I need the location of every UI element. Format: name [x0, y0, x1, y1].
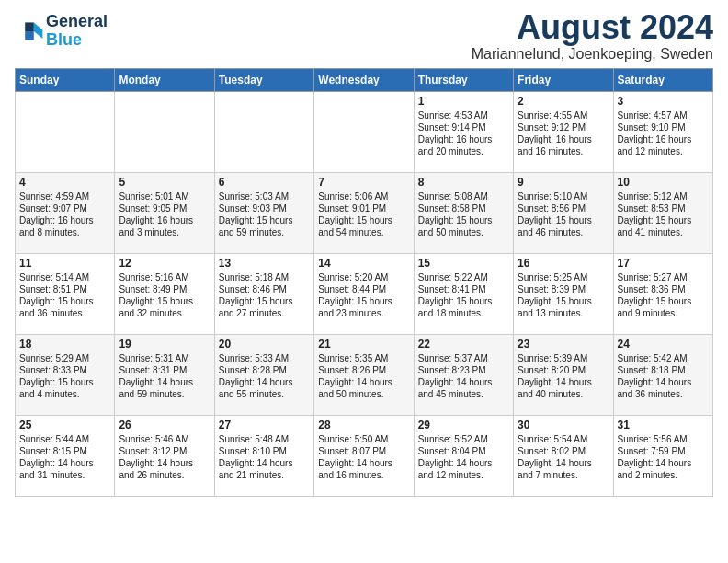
cell-text: Sunset: 9:01 PM [318, 202, 409, 214]
cell-text: Sunrise: 5:31 AM [119, 352, 210, 364]
cell-text: Sunrise: 5:01 AM [119, 190, 210, 202]
cell-text: and 26 minutes. [119, 469, 210, 481]
cell-text: and 50 minutes. [318, 388, 409, 400]
cell-text: Sunset: 8:10 PM [219, 445, 310, 457]
calendar-cell: 9Sunrise: 5:10 AMSunset: 8:56 PMDaylight… [514, 172, 613, 253]
cell-text: Sunrise: 5:50 AM [318, 433, 409, 445]
cell-text: and 12 minutes. [418, 469, 509, 481]
cell-text: Sunrise: 5:35 AM [318, 352, 409, 364]
cell-text: Daylight: 15 hours [119, 295, 210, 307]
col-header-wednesday: Wednesday [314, 68, 414, 91]
cell-text: Daylight: 15 hours [19, 295, 110, 307]
calendar-cell: 25Sunrise: 5:44 AMSunset: 8:15 PMDayligh… [16, 415, 115, 496]
day-number: 18 [19, 338, 110, 350]
day-number: 9 [518, 176, 609, 189]
cell-text: and 59 minutes. [119, 388, 210, 400]
logo-line1: General [46, 13, 108, 31]
logo: General Blue [15, 13, 108, 50]
cell-text: Sunset: 8:20 PM [518, 364, 609, 376]
cell-text: Sunrise: 4:53 AM [418, 109, 509, 121]
day-number: 22 [418, 338, 509, 350]
calendar-cell: 21Sunrise: 5:35 AMSunset: 8:26 PMDayligh… [314, 334, 414, 415]
header-row: SundayMondayTuesdayWednesdayThursdayFrid… [16, 68, 713, 91]
cell-text: and 12 minutes. [618, 145, 709, 157]
calendar-cell: 26Sunrise: 5:46 AMSunset: 8:12 PMDayligh… [115, 415, 214, 496]
cell-text: Sunrise: 4:55 AM [518, 109, 609, 121]
day-number: 6 [219, 176, 310, 189]
calendar-cell: 19Sunrise: 5:31 AMSunset: 8:31 PMDayligh… [115, 334, 214, 415]
cell-text: Sunset: 8:58 PM [418, 202, 509, 214]
cell-text: Sunset: 8:53 PM [618, 202, 709, 214]
cell-text: Daylight: 15 hours [618, 214, 709, 226]
col-header-friday: Friday [514, 68, 613, 91]
cell-text: and 59 minutes. [219, 226, 310, 238]
cell-text: Sunset: 8:44 PM [318, 283, 409, 295]
cell-text: Daylight: 14 hours [318, 457, 409, 469]
cell-text: Daylight: 15 hours [318, 295, 409, 307]
calendar-cell: 7Sunrise: 5:06 AMSunset: 9:01 PMDaylight… [314, 172, 414, 253]
cell-text: Sunrise: 5:39 AM [518, 352, 609, 364]
cell-text: and 23 minutes. [318, 307, 409, 319]
cell-text: Sunset: 8:26 PM [318, 364, 409, 376]
calendar-cell: 30Sunrise: 5:54 AMSunset: 8:02 PMDayligh… [514, 415, 613, 496]
calendar-cell: 16Sunrise: 5:25 AMSunset: 8:39 PMDayligh… [514, 253, 613, 334]
day-number: 26 [119, 419, 210, 431]
cell-text: Sunset: 8:51 PM [19, 283, 110, 295]
cell-text: Sunset: 9:14 PM [418, 121, 509, 133]
cell-text: Daylight: 15 hours [518, 214, 609, 226]
col-header-sunday: Sunday [16, 68, 115, 91]
cell-text: Daylight: 14 hours [219, 457, 310, 469]
day-number: 24 [618, 338, 709, 350]
calendar-cell: 31Sunrise: 5:56 AMSunset: 7:59 PMDayligh… [613, 415, 712, 496]
cell-text: and 8 minutes. [19, 226, 110, 238]
cell-text: and 46 minutes. [518, 226, 609, 238]
cell-text: Sunset: 9:05 PM [119, 202, 210, 214]
day-number: 20 [219, 338, 310, 350]
col-header-tuesday: Tuesday [214, 68, 313, 91]
calendar-cell [214, 91, 313, 172]
cell-text: Sunrise: 5:48 AM [219, 433, 310, 445]
cell-text: Sunrise: 5:03 AM [219, 190, 310, 202]
cell-text: and 41 minutes. [618, 226, 709, 238]
cell-text: Sunrise: 4:57 AM [618, 109, 709, 121]
calendar-cell: 27Sunrise: 5:48 AMSunset: 8:10 PMDayligh… [214, 415, 313, 496]
cell-text: Sunset: 8:46 PM [219, 283, 310, 295]
cell-text: Sunset: 8:15 PM [19, 445, 110, 457]
cell-text: and 9 minutes. [618, 307, 709, 319]
cell-text: Sunrise: 5:25 AM [518, 271, 609, 283]
calendar-cell: 11Sunrise: 5:14 AMSunset: 8:51 PMDayligh… [16, 253, 115, 334]
cell-text: Daylight: 15 hours [219, 214, 310, 226]
cell-text: Daylight: 16 hours [418, 133, 509, 145]
cell-text: Sunrise: 5:54 AM [518, 433, 609, 445]
day-number: 25 [19, 419, 110, 431]
day-number: 19 [119, 338, 210, 350]
cell-text: and 36 minutes. [618, 388, 709, 400]
week-row-3: 11Sunrise: 5:14 AMSunset: 8:51 PMDayligh… [16, 253, 713, 334]
cell-text: Sunrise: 5:06 AM [318, 190, 409, 202]
cell-text: Sunrise: 5:52 AM [418, 433, 509, 445]
cell-text: Sunrise: 5:37 AM [418, 352, 509, 364]
cell-text: Daylight: 14 hours [119, 376, 210, 388]
cell-text: Daylight: 15 hours [518, 295, 609, 307]
cell-text: Sunrise: 5:27 AM [618, 271, 709, 283]
cell-text: Sunset: 8:56 PM [518, 202, 609, 214]
day-number: 30 [518, 419, 609, 431]
cell-text: and 16 minutes. [518, 145, 609, 157]
cell-text: and 32 minutes. [119, 307, 210, 319]
calendar-cell: 23Sunrise: 5:39 AMSunset: 8:20 PMDayligh… [514, 334, 613, 415]
cell-text: Daylight: 15 hours [318, 214, 409, 226]
calendar-cell [115, 91, 214, 172]
cell-text: Daylight: 14 hours [119, 457, 210, 469]
cell-text: and 18 minutes. [418, 307, 509, 319]
calendar-cell: 22Sunrise: 5:37 AMSunset: 8:23 PMDayligh… [414, 334, 513, 415]
day-number: 14 [318, 257, 409, 270]
cell-text: Sunrise: 5:12 AM [618, 190, 709, 202]
cell-text: Sunrise: 5:44 AM [19, 433, 110, 445]
day-number: 21 [318, 338, 409, 350]
cell-text: Daylight: 14 hours [318, 376, 409, 388]
cell-text: and 13 minutes. [518, 307, 609, 319]
calendar-cell: 4Sunrise: 4:59 AMSunset: 9:07 PMDaylight… [16, 172, 115, 253]
cell-text: and 21 minutes. [219, 469, 310, 481]
cell-text: Daylight: 15 hours [219, 295, 310, 307]
col-header-thursday: Thursday [414, 68, 513, 91]
